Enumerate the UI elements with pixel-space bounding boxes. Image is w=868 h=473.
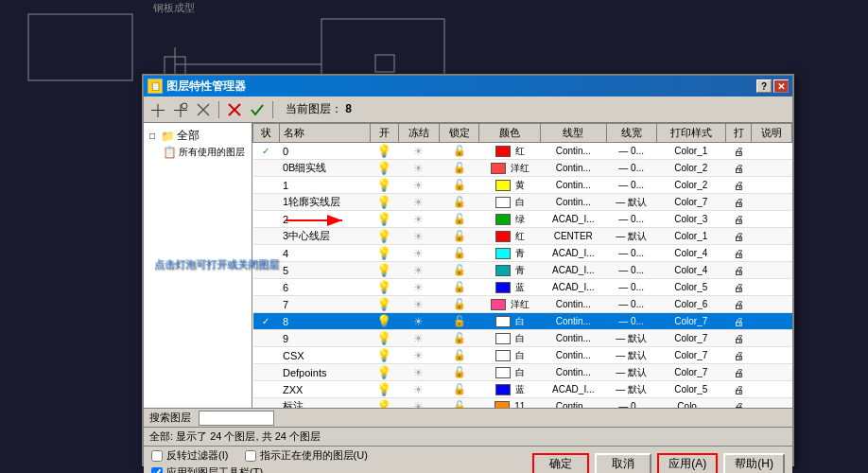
cell-freeze[interactable]: ☀ [399,143,440,160]
filter-input[interactable] [199,411,274,426]
cell-print-style[interactable]: Color_7 [656,330,725,347]
cell-print-style[interactable]: Color_7 [656,347,725,364]
cell-freeze[interactable]: ☀ [399,279,440,296]
cell-lock[interactable]: 🔓 [439,262,479,279]
cell-linetype[interactable]: Contin... [541,330,606,347]
cell-linetype[interactable]: Contin... [541,347,606,364]
table-row[interactable]: 6 💡 ☀ 🔓 蓝 ACAD_I... — 0... Color_5 🖨 [253,279,792,296]
cell-color[interactable]: 蓝 [479,279,541,296]
cell-print-style[interactable]: Color_1 [656,228,725,245]
cell-lock[interactable]: 🔓 [439,177,479,194]
cell-freeze[interactable]: ☀ [399,381,440,398]
confirm-button[interactable]: 确定 [532,453,589,474]
cell-linetype[interactable]: ACAD_I... [541,381,606,398]
tree-item-used-layers[interactable]: 📋 所有使用的图层 [148,145,248,160]
cell-color[interactable]: 白 [479,364,541,381]
cell-print[interactable]: 🖨 [725,330,752,347]
apply-changes-button[interactable] [247,99,268,120]
cell-freeze[interactable]: ☀ [399,228,440,245]
cell-linewidth[interactable]: — 默认 [606,194,656,211]
cell-freeze[interactable]: ☀ [399,347,440,364]
cell-print[interactable]: 🖨 [725,381,752,398]
cell-print[interactable]: 🖨 [725,160,752,177]
cell-linetype[interactable]: Contin... [541,143,606,160]
cell-print-style[interactable]: Color_4 [656,245,725,262]
cell-color[interactable]: 红 [479,228,541,245]
cell-linewidth[interactable]: — 0... [606,177,656,194]
cell-color[interactable]: 11 [479,398,541,409]
cell-lock[interactable]: 🔓 [439,160,479,177]
cell-lock[interactable]: 🔓 [439,364,479,381]
cell-linetype[interactable]: Contin... [541,194,606,211]
cell-linewidth[interactable]: — 0... [606,398,656,409]
cell-color[interactable]: 白 [479,194,541,211]
cell-print[interactable]: 🖨 [725,279,752,296]
cell-print[interactable]: 🖨 [725,347,752,364]
cell-linewidth[interactable]: — 默认 [606,330,656,347]
table-row[interactable]: 7 💡 ☀ 🔓 洋红 Contin... — 0... Color_6 🖨 [253,296,792,313]
cell-on[interactable]: 💡 [370,398,398,409]
cell-print-style[interactable]: Color_6 [656,296,725,313]
cell-color[interactable]: 白 [479,313,541,330]
cell-print[interactable]: 🖨 [725,398,752,409]
cell-color[interactable]: 绿 [479,211,541,228]
cell-freeze[interactable]: ☀ [399,398,440,409]
table-row[interactable]: CSX 💡 ☀ 🔓 白 Contin... — 默认 Color_7 🖨 [253,347,792,364]
cell-freeze[interactable]: ☀ [399,330,440,347]
cell-linetype[interactable]: ACAD_I... [541,245,606,262]
cell-on[interactable]: 💡 [370,279,398,296]
cell-print-style[interactable]: Color_1 [656,143,725,160]
cell-freeze[interactable]: ☀ [399,296,440,313]
table-row[interactable]: ZXX 💡 ☀ 🔓 蓝 ACAD_I... — 默认 Color_5 🖨 [253,381,792,398]
cell-linetype[interactable]: Contin... [541,177,606,194]
apply-toolbar-checkbox[interactable] [151,467,163,474]
cell-print[interactable]: 🖨 [725,177,752,194]
cell-print[interactable]: 🖨 [725,296,752,313]
cell-freeze[interactable]: ☀ [399,245,440,262]
cell-linetype[interactable]: CENTER [541,228,606,245]
cell-linetype[interactable]: ACAD_I... [541,211,606,228]
cell-on[interactable]: 💡 [370,194,398,211]
table-row[interactable]: 标注 💡 ☀ 🔓 11 Contin... — 0... Colo... 🖨 [253,398,792,409]
cell-on[interactable]: 💡 [370,177,398,194]
cell-freeze[interactable]: ☀ [399,177,440,194]
new-layer-button[interactable] [148,99,168,120]
table-row[interactable]: 1轮廓实线层 💡 ☀ 🔓 白 Contin... — 默认 Color_7 🖨 [253,194,792,211]
cell-print-style[interactable]: Color_2 [656,177,725,194]
cell-lock[interactable]: 🔓 [439,296,479,313]
cell-on[interactable]: 💡 [370,381,398,398]
invert-filter-checkbox[interactable] [151,450,163,462]
cell-color[interactable]: 蓝 [479,381,541,398]
cell-linetype[interactable]: Contin... [541,398,606,409]
cell-lock[interactable]: 🔓 [439,228,479,245]
apply-button[interactable]: 应用(A) [657,453,718,474]
cell-freeze[interactable]: ☀ [399,211,440,228]
cell-linewidth[interactable]: — 0... [606,262,656,279]
cell-on[interactable]: 💡 [370,160,398,177]
cell-on[interactable]: 💡 [370,364,398,381]
cell-linewidth[interactable]: — 0... [606,245,656,262]
cell-print[interactable]: 🖨 [725,245,752,262]
cell-linewidth[interactable]: — 默认 [606,381,656,398]
table-row[interactable]: ✓ 0 💡 ☀ 🔓 红 Contin... — 0... Color_1 🖨 [253,143,792,160]
cell-on[interactable]: 💡 [370,228,398,245]
cell-on[interactable]: 💡 [370,211,398,228]
cell-freeze[interactable]: ☀ [399,262,440,279]
table-row[interactable]: 1 💡 ☀ 🔓 黄 Contin... — 0... Color_2 🖨 [253,177,792,194]
cell-print-style[interactable]: Color_3 [656,211,725,228]
cell-print[interactable]: 🖨 [725,262,752,279]
cell-linewidth[interactable]: — 0... [606,143,656,160]
cell-color[interactable]: 洋红 [479,160,541,177]
cell-linewidth[interactable]: — 默认 [606,347,656,364]
cell-linetype[interactable]: Contin... [541,296,606,313]
cell-linewidth[interactable]: — 默认 [606,364,656,381]
cell-linetype[interactable]: Contin... [541,313,606,330]
table-row[interactable]: 4 💡 ☀ 🔓 青 ACAD_I... — 0... Color_4 🖨 [253,245,792,262]
cell-print-style[interactable]: Color_7 [656,364,725,381]
help-dialog-button[interactable]: 帮助(H) [723,453,785,474]
cell-color[interactable]: 洋红 [479,296,541,313]
cell-print-style[interactable]: Color_2 [656,160,725,177]
cell-color[interactable]: 黄 [479,177,541,194]
cell-print[interactable]: 🖨 [725,211,752,228]
cell-freeze[interactable]: ☀ [399,313,440,330]
